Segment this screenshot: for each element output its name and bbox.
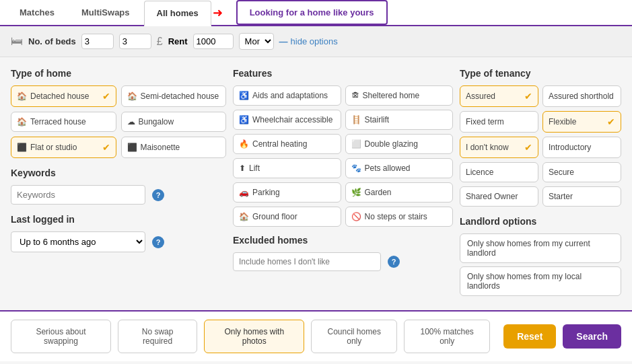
council-homes-btn[interactable]: Council homes only: [311, 320, 397, 353]
home-type-terraced[interactable]: 🏠 Terraced house: [11, 112, 116, 132]
home-type-bungalow[interactable]: ☁ Bungalow: [121, 112, 227, 132]
home-icon-detached: 🏠: [17, 92, 27, 101]
tenancy-secure-label: Secure: [549, 168, 574, 177]
tenancy-flexible[interactable]: Flexible ✔: [542, 111, 621, 133]
tab-all-homes[interactable]: All homes: [144, 1, 211, 26]
search-button[interactable]: Search: [563, 324, 621, 349]
check-flexible: ✔: [607, 116, 615, 127]
tenancy-licence[interactable]: Licence: [460, 162, 538, 182]
tab-matches[interactable]: Matches: [7, 0, 67, 25]
feature-wheelchair[interactable]: ♿ Wheelchair accessible: [233, 110, 341, 130]
feature-label-aids: Aids and adaptations: [252, 91, 328, 100]
landlord-current-btn[interactable]: Only show homes from my current landlord: [460, 233, 621, 263]
rent-period-select[interactable]: Month Week: [239, 33, 274, 50]
landlord-local-btn[interactable]: Only show homes from my local landlords: [460, 266, 621, 296]
excluded-homes-section: Excluded homes ?: [233, 235, 453, 271]
hide-options-link[interactable]: hide options: [279, 36, 338, 46]
feature-parking[interactable]: 🚗 Parking: [233, 182, 341, 203]
feature-glazing[interactable]: ⬜ Double glazing: [345, 134, 454, 154]
keywords-title: Keywords: [11, 168, 226, 178]
excluded-homes-input[interactable]: [233, 252, 381, 271]
homes-with-photos-btn[interactable]: Only homes with photos: [204, 320, 304, 353]
feature-label-wheelchair: Wheelchair accessible: [252, 115, 332, 124]
tenancy-assured-shorthold-label: Assured shorthold: [549, 92, 614, 101]
home-icon-maisonette: ⬛: [127, 143, 137, 152]
tabs-bar: Matches MultiSwaps All homes ➜ Looking f…: [0, 0, 632, 26]
check-dont-know: ✔: [524, 142, 532, 153]
tenancy-shared-label: Shared Owner: [466, 192, 518, 201]
feature-icon-wheelchair: ♿: [239, 115, 249, 124]
tab-special[interactable]: Looking for a home like yours: [236, 0, 388, 25]
tab-multiswaps[interactable]: MultiSwaps: [69, 0, 143, 25]
home-type-flat[interactable]: ⬛ Flat or studio ✔: [11, 137, 116, 158]
features-title: Features: [233, 68, 453, 79]
feature-pets[interactable]: 🐾 Pets allowed: [345, 158, 454, 178]
keywords-help-icon[interactable]: ?: [152, 189, 164, 201]
home-type-maisonette[interactable]: ⬛ Maisonette: [121, 137, 227, 158]
serious-swapping-btn[interactable]: Serious about swapping: [11, 320, 111, 353]
tenancy-dont-know[interactable]: I don't know ✔: [460, 137, 538, 158]
keywords-input[interactable]: [11, 185, 145, 205]
landlord-options-section: Landlord options Only show homes from my…: [460, 216, 621, 299]
feature-label-sheltered: Sheltered home: [363, 91, 420, 100]
feature-ground[interactable]: 🏠 Ground floor: [233, 207, 341, 227]
feature-label-heating: Central heating: [252, 139, 307, 149]
home-type-detached[interactable]: 🏠 Detached house ✔: [11, 85, 116, 107]
rent-input[interactable]: [193, 34, 234, 49]
tenancy-licence-label: Licence: [466, 168, 493, 177]
bed-icon: 🛏: [11, 34, 23, 48]
feature-stairlift[interactable]: 🪜 Stairlift: [345, 110, 454, 130]
beds-label: No. of beds: [28, 36, 76, 46]
feature-icon-parking: 🚗: [239, 188, 249, 197]
arrow-icon: ➜: [213, 5, 223, 20]
feature-lift[interactable]: ⬆ Lift: [233, 158, 341, 178]
check-flat: ✔: [102, 142, 110, 153]
feature-label-garden: Garden: [365, 188, 392, 197]
check-detached: ✔: [102, 91, 110, 102]
tenancy-assured[interactable]: Assured ✔: [460, 85, 538, 107]
tenancy-assured-shorthold[interactable]: Assured shorthold: [542, 85, 621, 107]
pound-icon: £: [157, 36, 163, 48]
feature-heating[interactable]: 🔥 Central heating: [233, 134, 341, 154]
tenancy-shared[interactable]: Shared Owner: [460, 186, 538, 207]
feature-icon-aids: ♿: [239, 91, 249, 100]
feature-label-lift: Lift: [249, 163, 260, 173]
beds-max-input[interactable]: [119, 34, 151, 49]
left-col: Type of home 🏠 Detached house ✔ 🏠 Semi-d…: [11, 68, 226, 299]
tenancy-dont-know-label: I don't know: [466, 143, 509, 152]
tenancy-introductory-label: Introductory: [549, 143, 591, 152]
feature-label-ground: Ground floor: [252, 212, 297, 221]
last-logged-help-icon[interactable]: ?: [152, 236, 164, 248]
tenancy-secure[interactable]: Secure: [542, 162, 621, 182]
last-logged-select[interactable]: Up to 6 months ago Any time Up to 1 mont…: [11, 231, 145, 252]
excluded-help-icon[interactable]: ?: [388, 256, 400, 268]
bottom-bar: Serious about swapping No swap required …: [0, 310, 632, 361]
tenancy-introductory[interactable]: Introductory: [542, 137, 621, 158]
feature-sheltered[interactable]: 🏚 Sheltered home: [345, 85, 454, 106]
main-content: Type of home 🏠 Detached house ✔ 🏠 Semi-d…: [0, 57, 632, 310]
tenancy-assured-label: Assured: [466, 92, 495, 101]
tenancy-fixed[interactable]: Fixed term: [460, 111, 538, 133]
feature-icon-glazing: ⬜: [351, 139, 361, 149]
hundred-percent-btn[interactable]: 100% matches only: [404, 320, 490, 353]
feature-icon-ground: 🏠: [239, 212, 249, 221]
home-type-semi[interactable]: 🏠 Semi-detached house: [121, 85, 227, 107]
feature-icon-lift: ⬆: [239, 163, 246, 173]
tenancy-fixed-label: Fixed term: [466, 117, 504, 126]
last-logged-title: Last logged in: [11, 214, 226, 225]
filters-bar: 🛏 No. of beds £ Rent Month Week hide opt…: [0, 26, 632, 57]
feature-icon-garden: 🌿: [351, 188, 361, 197]
feature-icon-pets: 🐾: [351, 163, 361, 173]
feature-label-parking: Parking: [252, 188, 280, 197]
home-icon-flat: ⬛: [17, 143, 27, 152]
beds-min-input[interactable]: [81, 34, 114, 49]
feature-no-steps[interactable]: 🚫 No steps or stairs: [345, 207, 454, 227]
no-swap-btn[interactable]: No swap required: [118, 320, 197, 353]
feature-aids[interactable]: ♿ Aids and adaptations: [233, 85, 341, 106]
reset-button[interactable]: Reset: [503, 324, 556, 349]
excluded-homes-title: Excluded homes: [233, 235, 453, 246]
tenancy-starter[interactable]: Starter: [542, 186, 621, 207]
feature-garden[interactable]: 🌿 Garden: [345, 182, 454, 203]
home-type-detached-label: Detached house: [30, 92, 89, 101]
feature-icon-no-steps: 🚫: [351, 212, 361, 221]
